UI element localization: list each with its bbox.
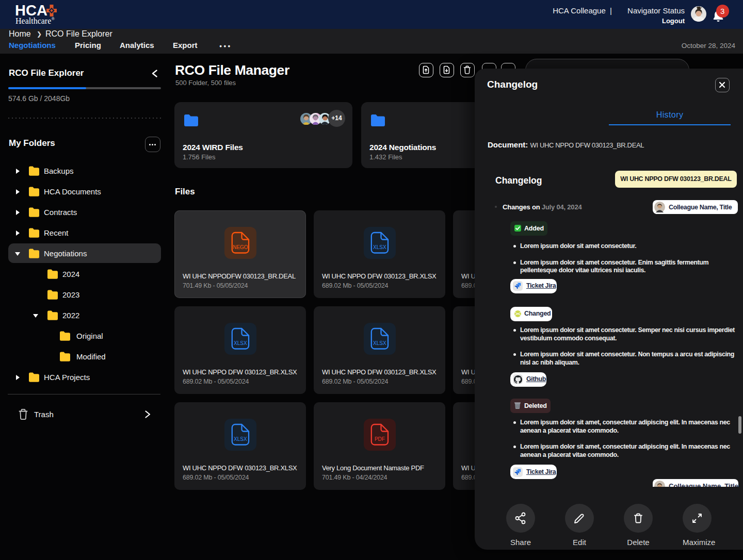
svg-text:XLSX: XLSX — [234, 436, 247, 442]
svg-text:PDF: PDF — [375, 436, 385, 442]
svg-text:XLSX: XLSX — [373, 244, 386, 250]
svg-text:XLSX: XLSX — [234, 340, 247, 346]
svg-text:NEGO: NEGO — [233, 244, 248, 250]
svg-text:XLSX: XLSX — [373, 340, 386, 346]
